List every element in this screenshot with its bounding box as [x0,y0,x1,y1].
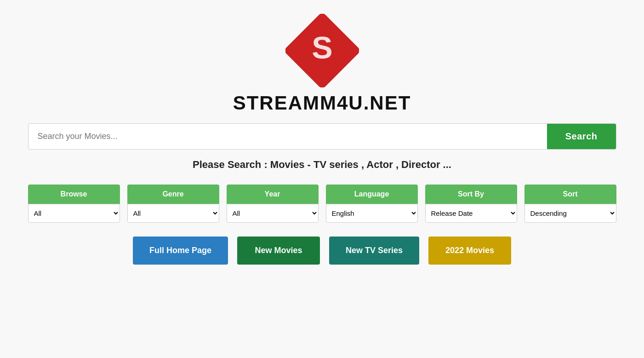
filter-label-3: Language [326,185,418,204]
filter-label-5: Sort [524,185,616,204]
logo-icon: S [285,14,359,87]
search-bar: Search [28,123,616,150]
subtitle: Please Search : Movies - TV series , Act… [193,159,451,171]
filter-label-4: Sort By [425,185,517,204]
filter-group-browse: BrowseAllMoviesTV Series [28,185,120,223]
filters-container: BrowseAllMoviesTV SeriesGenreAllActionCo… [28,185,616,223]
filter-group-sort-by: Sort ByRelease DateTitleRatingYear [425,185,517,223]
filter-group-year: YearAll20222021202020192018 [227,185,319,223]
action-btn-full-home-page[interactable]: Full Home Page [133,237,228,265]
filter-group-genre: GenreAllActionComedyDramaHorrorSci-Fi [127,185,219,223]
action-btn-2022-movies[interactable]: 2022 Movies [428,237,511,265]
action-btn-new-movies[interactable]: New Movies [237,237,320,265]
filter-select-year[interactable]: All20222021202020192018 [227,204,319,223]
filter-label-2: Year [227,185,319,204]
action-buttons: Full Home PageNew MoviesNew TV Series202… [133,237,511,265]
filter-label-1: Genre [127,185,219,204]
search-input[interactable] [28,124,547,149]
svg-text:S: S [312,30,332,65]
filter-group-language: LanguageAllEnglishFrenchSpanishGermanHin… [326,185,418,223]
logo-container: S STREAMM4U.NET [233,14,411,114]
filter-label-0: Browse [28,185,120,204]
site-title: STREAMM4U.NET [233,92,411,114]
search-button[interactable]: Search [547,124,616,149]
filter-select-sort-by[interactable]: Release DateTitleRatingYear [425,204,517,223]
action-btn-new-tv-series[interactable]: New TV Series [329,237,419,265]
filter-select-sort[interactable]: DescendingAscending [524,204,616,223]
filter-group-sort: SortDescendingAscending [524,185,616,223]
filter-select-genre[interactable]: AllActionComedyDramaHorrorSci-Fi [127,204,219,223]
filter-select-browse[interactable]: AllMoviesTV Series [28,204,120,223]
filter-select-language[interactable]: AllEnglishFrenchSpanishGermanHindi [326,204,418,223]
